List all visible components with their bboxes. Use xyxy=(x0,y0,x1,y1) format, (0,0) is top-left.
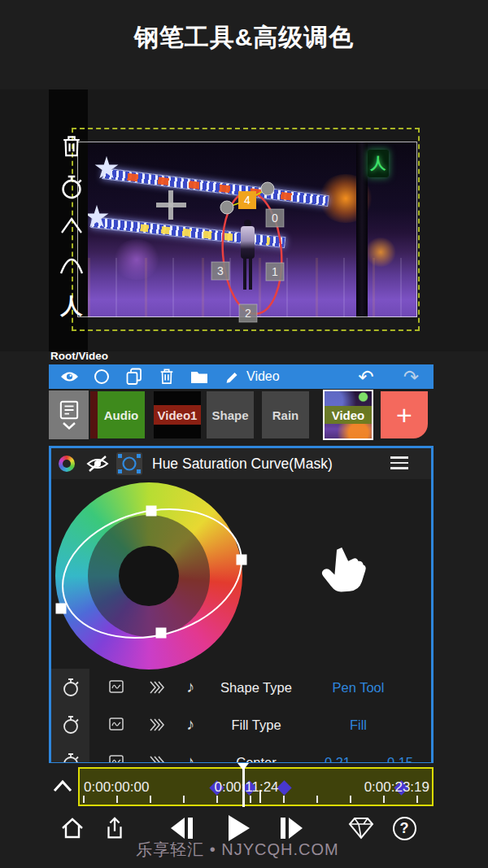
timecode-start: 0:00:00:00 xyxy=(84,779,149,796)
param-value-x[interactable]: 0.21 xyxy=(313,744,362,765)
svg-text:1: 1 xyxy=(272,265,278,278)
keyframe-toggle[interactable] xyxy=(51,706,89,744)
next-frame-button[interactable] xyxy=(278,814,306,842)
undo-button[interactable]: ↶ xyxy=(358,368,373,386)
home-button[interactable] xyxy=(59,814,86,842)
track-label: Rain xyxy=(272,408,299,422)
eye-icon xyxy=(60,370,79,383)
param-row-shape-type[interactable]: ♪ Shape Type Pen Tool xyxy=(51,669,431,706)
track-label: Shape xyxy=(211,408,248,422)
app-screen: 钢笔工具&高级调色 人 xyxy=(0,0,488,868)
param-label: Fill Type xyxy=(203,706,309,744)
param-value-y[interactable]: 0.15 xyxy=(376,744,425,765)
export-button[interactable] xyxy=(101,814,129,842)
timeline-collapse-button[interactable] xyxy=(50,774,75,798)
svg-text:0: 0 xyxy=(272,212,278,225)
curve-handle[interactable] xyxy=(56,604,67,614)
mask-point-1[interactable]: 1 xyxy=(266,263,284,281)
step-forward-icon xyxy=(278,815,306,841)
timecode-current: 0:00:11:24 xyxy=(194,779,299,796)
param-label: Shape Type xyxy=(203,669,309,706)
stopwatch-icon xyxy=(61,714,81,735)
bezier-handle[interactable] xyxy=(261,182,274,195)
trash-icon xyxy=(159,368,175,386)
timeline-ruler-ticks xyxy=(83,796,429,803)
breadcrumb: Root/Video xyxy=(50,350,108,362)
track-tile-audio[interactable]: Audio xyxy=(98,391,145,438)
layer-list-toggle[interactable] xyxy=(49,390,89,439)
hand-cursor-icon xyxy=(320,544,367,600)
export-icon xyxy=(102,816,128,840)
offscreen-track xyxy=(90,391,98,438)
pencil-icon xyxy=(224,369,240,385)
param-value[interactable]: Fill xyxy=(320,706,397,744)
curve-handle[interactable] xyxy=(156,628,167,639)
mask-point-4[interactable]: 4 xyxy=(238,191,256,209)
track-label: Video xyxy=(325,406,372,424)
track-label: Audio xyxy=(104,408,139,422)
track-tile-rain[interactable]: Rain xyxy=(262,391,309,438)
param-row-center[interactable]: ♪ Center 0.21 0.15 xyxy=(51,744,431,765)
track-tile-shape[interactable]: Shape xyxy=(207,391,254,438)
play-icon xyxy=(225,814,251,842)
selected-layer-name: Video xyxy=(246,369,280,384)
track-tile-video1[interactable]: Video1 xyxy=(154,391,201,438)
shape-tool-button[interactable] xyxy=(92,369,111,385)
copy-icon xyxy=(125,368,143,386)
keyframe-toggle[interactable] xyxy=(51,669,89,706)
redo-button[interactable]: ↷ xyxy=(403,368,419,386)
timecode-end: 0:00:23:19 xyxy=(364,779,429,796)
svg-text:3: 3 xyxy=(217,264,224,277)
premium-button[interactable] xyxy=(347,814,375,842)
param-label: Center xyxy=(203,744,309,765)
audio-react-icon[interactable]: ♪ xyxy=(186,678,194,696)
timeline-clip-bar[interactable]: 0:00:00:00 0:00:11:24 0:00:23:19 xyxy=(78,767,434,806)
param-value[interactable]: Pen Tool xyxy=(320,669,397,706)
curve-editor-icon[interactable] xyxy=(109,718,124,734)
mask-point-3[interactable]: 3 xyxy=(211,262,229,280)
help-button[interactable]: ? xyxy=(390,814,418,842)
svg-text:4: 4 xyxy=(244,194,251,207)
layer-toolbar: Video ↶ ↷ xyxy=(49,364,434,389)
question-icon: ? xyxy=(393,817,416,840)
stopwatch-icon xyxy=(61,677,81,698)
play-button[interactable] xyxy=(224,814,252,842)
page-title: 钢笔工具&高级调色 xyxy=(0,21,488,55)
track-tile-video-selected[interactable]: Video xyxy=(323,390,373,440)
home-icon xyxy=(59,816,85,840)
folder-button[interactable] xyxy=(190,370,209,384)
layer-list-icon xyxy=(59,400,79,420)
playhead-handle[interactable] xyxy=(237,763,249,770)
param-row-fill-type[interactable]: ♪ Fill Type Fill xyxy=(51,706,431,744)
bezier-handle[interactable] xyxy=(220,201,233,214)
chevron-up-icon xyxy=(53,779,72,792)
mask-point-0[interactable]: 0 xyxy=(266,209,284,227)
previous-frame-button[interactable] xyxy=(168,814,195,842)
duplicate-button[interactable] xyxy=(124,368,144,386)
timeline-section: 0:00:00:00 0:00:11:24 0:00:23:19 xyxy=(0,763,488,809)
expression-icon[interactable] xyxy=(149,681,165,697)
circle-icon xyxy=(94,369,110,385)
chevron-down-icon xyxy=(62,421,76,430)
folder-icon xyxy=(190,370,208,384)
rename-button[interactable] xyxy=(222,369,242,385)
add-track-button[interactable]: + xyxy=(381,391,428,438)
expression-icon[interactable] xyxy=(149,718,165,735)
bottom-toolbar: ? 乐享轻汇 • NJYCQH.COM xyxy=(0,809,488,868)
track-label: Video1 xyxy=(154,405,201,425)
delete-layer-button[interactable] xyxy=(157,368,176,386)
keyframe-toggle[interactable] xyxy=(51,744,89,765)
audio-react-icon[interactable]: ♪ xyxy=(186,715,194,734)
curve-handle[interactable] xyxy=(237,555,247,565)
step-back-icon xyxy=(168,815,195,841)
watermark-text: 乐享轻汇 • NJYCQH.COM xyxy=(0,839,475,861)
curve-handle[interactable] xyxy=(146,506,157,517)
visibility-button[interactable] xyxy=(59,370,79,383)
mask-point-2[interactable]: 2 xyxy=(239,304,257,322)
gem-icon xyxy=(348,817,374,840)
video-preview-area[interactable]: 人 xyxy=(0,89,488,351)
pen-mask-overlay[interactable]: 4 0 1 2 3 xyxy=(0,89,488,351)
curve-editor-icon[interactable] xyxy=(109,680,124,696)
effect-panel: Hue Saturation Curve(Mask) xyxy=(49,446,434,765)
parameter-rows: ♪ Shape Type Pen Tool ♪ Fill T xyxy=(51,669,431,765)
